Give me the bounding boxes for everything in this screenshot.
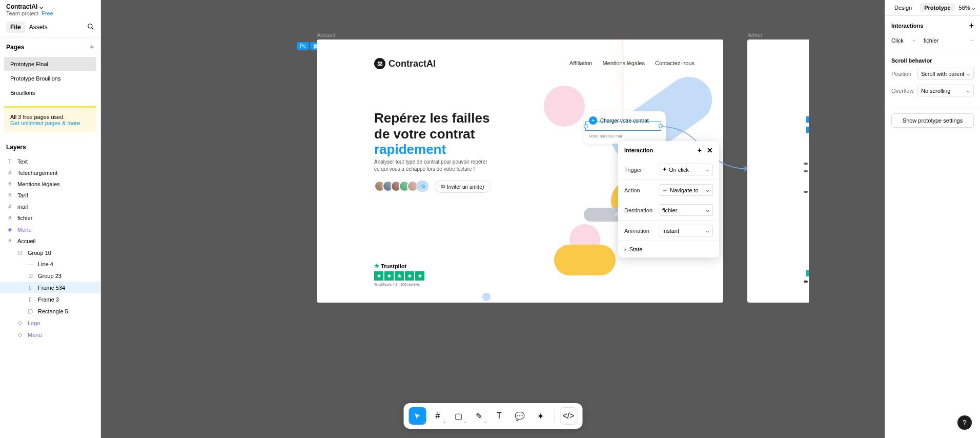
add-interaction-button[interactable]: + (969, 21, 974, 30)
layer-item[interactable]: ⊡Group 10 (0, 247, 100, 258)
position-select[interactable]: Scroll with parent ⌵ (917, 68, 974, 79)
nav-contact[interactable]: Contactez-nous (655, 60, 695, 66)
tab-design[interactable]: Design (890, 3, 916, 12)
frame-tool[interactable]: #⌵ (429, 407, 446, 425)
tab-file[interactable]: File (6, 22, 25, 33)
prototype-settings-button[interactable]: Show prototype settings (891, 113, 974, 128)
layer-name: Accueil (17, 238, 35, 244)
zoom-control[interactable]: 56% ⌵ (959, 5, 975, 11)
project-team: Team project (6, 10, 38, 16)
layer-item[interactable]: ◇Logo (0, 317, 100, 329)
add-interaction-button[interactable]: + (698, 146, 702, 154)
add-page-button[interactable]: + (90, 43, 94, 52)
upgrade-link[interactable]: Get unlimited pages & more (10, 120, 80, 126)
text-tool[interactable]: T (491, 407, 508, 425)
chevron-down-icon: ⌵ (972, 5, 975, 11)
layer-item[interactable]: #Mentions légales (0, 178, 100, 190)
tab-assets[interactable]: Assets (25, 22, 52, 33)
layer-icon: ◇ (16, 320, 24, 326)
state-row[interactable]: › State (618, 241, 719, 257)
interaction-item[interactable]: Click → fichier − (891, 34, 974, 47)
frame-label-fichier[interactable]: fichier (747, 32, 762, 38)
nav-affiliation[interactable]: Affiliation (569, 60, 592, 66)
project-plan[interactable]: Free (42, 10, 53, 16)
chevron-down-icon: ⌵ (464, 420, 466, 424)
layer-item[interactable]: #mail (0, 201, 100, 212)
layer-icon: — (27, 261, 34, 267)
arrow-right-icon: → (911, 37, 916, 44)
remove-interaction-button[interactable]: − (971, 37, 974, 44)
layer-item[interactable]: ▢Rectangle 5 (0, 305, 100, 317)
left-tabs: File Assets (0, 17, 100, 37)
layer-name: Frame 534 (38, 285, 65, 291)
move-tool[interactable]: ⌵ (409, 407, 426, 425)
frame-snippet (806, 116, 809, 123)
alignment-guide (623, 39, 623, 127)
tab-prototype[interactable]: Prototype (920, 3, 954, 12)
frame-badge-pc: Pc (297, 42, 309, 50)
actions-tool[interactable]: ✦ (532, 407, 549, 425)
email-label: Votre adresse mai (589, 134, 661, 138)
layer-item[interactable]: #Accueil (0, 235, 100, 247)
frame-snippet (804, 281, 808, 283)
destination-select[interactable]: fichier ⌵ (659, 204, 713, 216)
chevron-down-icon: ⌵ (706, 187, 709, 193)
position-value: Scroll with parent (921, 71, 964, 77)
chevron-down-icon: ⌵ (39, 3, 43, 10)
help-button[interactable]: ? (957, 415, 972, 430)
project-name[interactable]: ContractAI ⌵ (6, 3, 94, 10)
chevron-right-icon: › (624, 246, 626, 252)
layer-name: Group 10 (28, 250, 51, 256)
position-row: Position Scroll with parent ⌵ (891, 68, 974, 79)
layer-item[interactable]: #Telechargement (0, 167, 100, 178)
trigger-label: Trigger (624, 167, 642, 173)
overflow-select[interactable]: No scrolling ⌵ (917, 85, 974, 96)
layer-item[interactable]: #fichier (0, 212, 100, 224)
scroll-label: Scroll behavior (891, 57, 932, 64)
project-subtitle: Team project Free (6, 10, 94, 16)
page-item[interactable]: Prototype Final (4, 57, 96, 71)
pill-yellow-2 (554, 245, 616, 275)
circle-blue-small (482, 293, 491, 301)
trigger-value: On click (669, 167, 689, 173)
shape-tool[interactable]: ▢⌵ (450, 407, 467, 425)
layer-item[interactable]: TText (0, 156, 100, 167)
frame-fichier[interactable] (747, 39, 809, 303)
layer-item[interactable]: #Tarif (0, 190, 100, 201)
right-panel: Design Prototype 56% ⌵ Interactions + Cl… (885, 0, 980, 438)
layer-item[interactable]: —Line 4 (0, 258, 100, 270)
action-select[interactable]: →Navigate to ⌵ (659, 184, 713, 196)
close-button[interactable]: ✕ (707, 146, 713, 154)
layer-icon: ▯ (27, 284, 34, 291)
arrow-right-icon: → (662, 187, 668, 193)
comment-tool[interactable]: 💬 (511, 407, 528, 425)
layer-item[interactable]: ▯Frame 3 (0, 293, 100, 305)
frame-label-accueil[interactable]: Accueil (317, 32, 335, 38)
canvas[interactable]: Accueil Pc ▦ fichier ⚖ ContractAI Affili… (101, 0, 885, 438)
animation-select[interactable]: Instant ⌵ (659, 225, 713, 236)
page-item[interactable]: Prototype Brouillons (4, 71, 96, 86)
dev-mode-toggle[interactable]: </> (560, 407, 577, 425)
layer-name: Mentions légales (17, 181, 60, 187)
action-value: Navigate to (670, 187, 699, 193)
pen-tool[interactable]: ✎⌵ (470, 407, 487, 425)
layer-item[interactable]: ◈Menu (0, 224, 100, 235)
trigger-select[interactable]: ✦On click ⌵ (659, 164, 713, 175)
layers-list: TText#Telechargement#Mentions légales#Ta… (0, 156, 100, 438)
destination-row: Destination fichier ⌵ (618, 200, 719, 220)
action-label: Action (624, 187, 640, 193)
page-item[interactable]: Brouillons (4, 86, 96, 100)
selection-box[interactable] (585, 122, 661, 131)
layer-item[interactable]: ▯Frame 534 (0, 282, 100, 293)
layer-item[interactable]: ◇Menu (0, 329, 100, 341)
layer-name: Frame 3 (38, 296, 59, 303)
layer-name: Menu (28, 332, 42, 338)
invite-label: Inviter un ami(e) (447, 184, 484, 190)
search-icon[interactable] (87, 23, 94, 32)
nav-mentions[interactable]: Mentions légales (602, 60, 645, 66)
layer-icon: ◇ (16, 331, 24, 338)
layer-icon: # (6, 204, 13, 210)
interactions-header: Interactions + (891, 21, 974, 30)
layer-item[interactable]: ⊡Group 23 (0, 270, 100, 282)
invite-button[interactable]: ⧉ Inviter un ami(e) (435, 181, 491, 193)
